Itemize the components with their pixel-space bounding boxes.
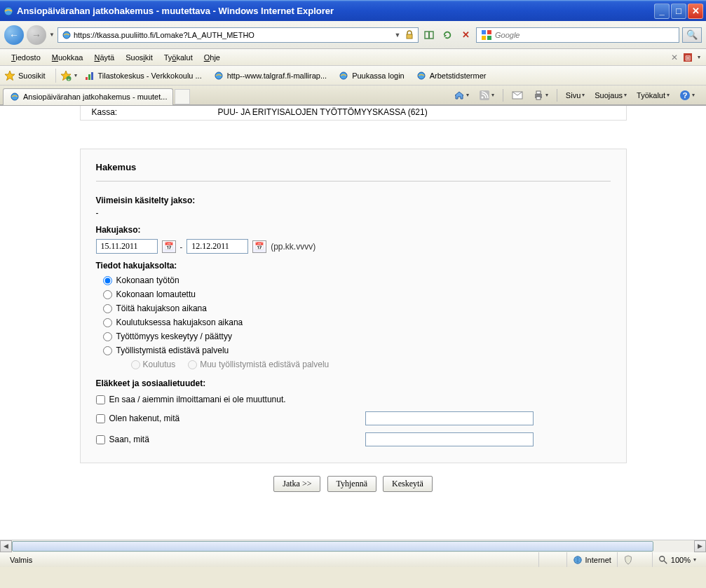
- ie-favicon-icon: [338, 70, 349, 81]
- search-box[interactable]: [476, 27, 679, 43]
- clear-button[interactable]: Tyhjennä: [327, 476, 376, 492]
- svg-rect-15: [91, 72, 93, 80]
- svg-rect-24: [536, 91, 541, 94]
- print-button[interactable]: ▾: [529, 88, 552, 102]
- compat-view-button[interactable]: [421, 27, 437, 43]
- calendar-from-icon[interactable]: 📅: [162, 240, 176, 253]
- svg-point-29: [660, 556, 665, 561]
- back-button[interactable]: ←: [4, 25, 24, 45]
- close-button[interactable]: ✕: [688, 4, 703, 19]
- zoom-control[interactable]: 100% ▾: [652, 552, 702, 567]
- elakkeet-heading: Eläkkeet ja sosiaalietuudet:: [96, 378, 611, 388]
- forward-button[interactable]: →: [27, 25, 46, 45]
- page-menu[interactable]: Sivu ▾: [562, 90, 589, 101]
- check-en-saa[interactable]: En saa / aiemmin ilmoittamani ei ole muu…: [96, 391, 611, 408]
- scroll-thumb[interactable]: [12, 541, 653, 552]
- : [617, 552, 652, 567]
- status-text: Valmis: [4, 552, 538, 567]
- shield-icon: [623, 555, 633, 565]
- add-fav-dropdown[interactable]: ▾: [74, 72, 77, 78]
- svg-text:+: +: [67, 76, 70, 81]
- help-button[interactable]: ?▾: [675, 88, 699, 102]
- date-format-hint: (pp.kk.vvvv): [271, 242, 315, 252]
- menu-help[interactable]: Ohje: [198, 51, 226, 64]
- tab-favicon-icon: [9, 91, 20, 102]
- favorite-link-arbetstid[interactable]: Arbetstidstermer: [412, 69, 491, 83]
- date-to-input[interactable]: [186, 239, 248, 254]
- svg-rect-13: [86, 77, 88, 80]
- window-titlebar: Ansiopäivärahan jatkohakemus - muutettav…: [0, 0, 706, 21]
- minimize-button[interactable]: _: [654, 4, 670, 19]
- svg-rect-25: [536, 97, 541, 100]
- saan-input[interactable]: [365, 432, 534, 446]
- svg-rect-6: [487, 30, 491, 34]
- security-zone[interactable]: Internet: [566, 552, 617, 567]
- feeds-button[interactable]: ▾: [475, 88, 498, 102]
- navigation-toolbar: ← → ▼ ▼ ✕ 🔍: [0, 21, 706, 49]
- search-input[interactable]: [495, 31, 677, 39]
- date-from-input[interactable]: [96, 239, 158, 254]
- toolbar-chevron[interactable]: ▾: [698, 54, 700, 60]
- radio-toita[interactable]: Töitä hakujakson aikana: [96, 301, 611, 315]
- svg-rect-14: [88, 74, 90, 80]
- menu-favorites[interactable]: Suosikit: [120, 51, 158, 64]
- status-bar: Valmis Internet 100% ▾: [0, 552, 706, 567]
- url-dropdown-icon[interactable]: ▼: [393, 32, 402, 39]
- menu-view[interactable]: Näytä: [88, 51, 120, 64]
- svg-line-30: [664, 560, 667, 563]
- calendar-to-icon[interactable]: 📅: [252, 240, 266, 253]
- check-saan[interactable]: Saan, mitä: [96, 435, 149, 444]
- radio-tyottomyys-keskeytyy[interactable]: Työttömyys keskeytyy / päättyy: [96, 329, 611, 343]
- svg-text:?: ?: [683, 91, 688, 100]
- safety-menu[interactable]: Suojaus ▾: [590, 90, 631, 101]
- favorites-label[interactable]: Suosikit: [18, 71, 46, 80]
- url-input[interactable]: [74, 31, 393, 39]
- address-bar[interactable]: ▼: [57, 27, 419, 43]
- scroll-right-button[interactable]: ▶: [694, 540, 706, 552]
- svg-rect-2: [407, 34, 412, 39]
- favorite-link-talgraf[interactable]: http--www.talgraf.fi-mallirap...: [209, 69, 331, 83]
- olen-hakenut-input[interactable]: [365, 411, 534, 425]
- check-olen-hakenut[interactable]: Olen hakenut, mitä: [96, 413, 180, 423]
- menu-edit[interactable]: Muokkaa: [46, 51, 89, 64]
- maximize-button[interactable]: □: [671, 4, 686, 19]
- radio-kokonaan-tyoton[interactable]: Kokonaan työtön: [96, 273, 611, 287]
- scroll-track[interactable]: [12, 540, 694, 552]
- stop-button[interactable]: ✕: [458, 27, 473, 43]
- date-separator: -: [180, 242, 183, 251]
- zoom-dropdown[interactable]: ▾: [693, 556, 696, 563]
- zoom-icon: [658, 555, 668, 565]
- nav-history-dropdown[interactable]: ▼: [49, 32, 55, 38]
- ie-logo-icon: [3, 6, 14, 17]
- new-tab-button[interactable]: [175, 89, 190, 104]
- close-toolbar-icon[interactable]: ✕: [671, 53, 678, 62]
- radio-kokonaan-lomautettu[interactable]: Kokonaan lomautettu: [96, 287, 611, 301]
- refresh-button[interactable]: [440, 27, 455, 43]
- favorite-link-tilastokeskus[interactable]: Tilastokeskus - Verkkokoulu ...: [80, 69, 206, 83]
- tab-title: Ansiopäivärahan jatkohakemus - muutet...: [23, 93, 167, 101]
- radio-koulutuksessa[interactable]: Koulutuksessa hakujakson aikana: [96, 315, 611, 329]
- search-button[interactable]: 🔍: [682, 27, 702, 43]
- scroll-left-button[interactable]: ◀: [0, 540, 12, 552]
- kassa-label: Kassa:: [92, 107, 218, 117]
- tools-menu[interactable]: Työkalut ▾: [632, 90, 674, 101]
- tab-active[interactable]: Ansiopäivärahan jatkohakemus - muutet...: [3, 88, 173, 105]
- read-mail-button[interactable]: [508, 89, 527, 102]
- menu-bar: Tiedosto Muokkaa Näytä Suosikit Työkalut…: [0, 49, 706, 66]
- svg-rect-5: [482, 30, 486, 34]
- radio-tyollistymista[interactable]: Työllistymistä edistävä palvelu: [96, 343, 611, 357]
- menu-tools[interactable]: Työkalut: [158, 51, 198, 64]
- tilastokeskus-icon: [84, 70, 95, 81]
- favorite-link-puukassa[interactable]: Puukassa login: [334, 69, 409, 83]
- add-favorite-icon[interactable]: +: [60, 70, 72, 81]
- continue-button[interactable]: Jatka >>: [273, 476, 320, 492]
- menu-file[interactable]: Tiedosto: [6, 51, 46, 64]
- office-icon[interactable]: ⊞: [682, 52, 693, 63]
- horizontal-scrollbar[interactable]: ◀ ▶: [0, 540, 706, 552]
- cancel-button[interactable]: Keskeytä: [383, 476, 433, 492]
- home-button[interactable]: ▾: [449, 88, 473, 102]
- tab-bar: Ansiopäivärahan jatkohakemus - muutet...…: [0, 86, 706, 105]
- favorites-star-icon[interactable]: [4, 70, 15, 81]
- subradio-muu: Muu työllistymistä edistävä palvelu: [188, 360, 329, 369]
- ie-favicon-icon: [416, 70, 427, 81]
